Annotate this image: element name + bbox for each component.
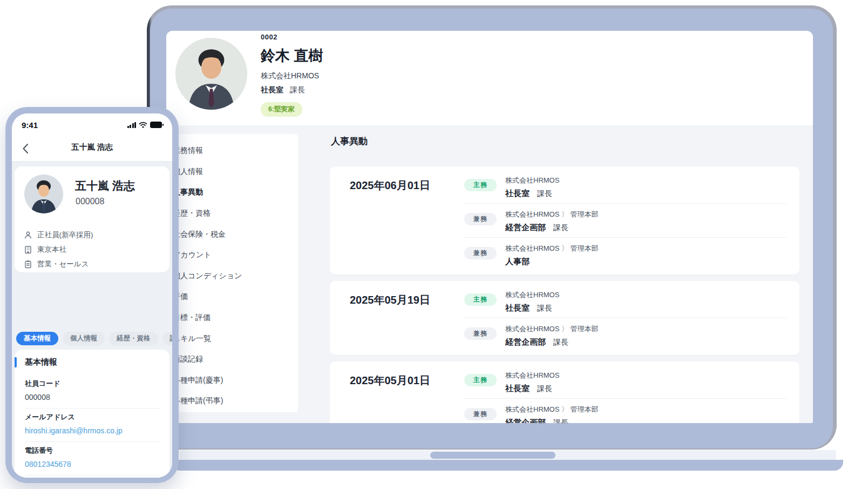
status-time: 9:41 <box>22 120 38 130</box>
org-name: 経営企画部 <box>505 418 546 423</box>
history-rows: 主務 株式会社HRMOS 社長室課長 兼務 株式会社HRMOS 〉 管理本部 経… <box>464 284 786 352</box>
section-title: 基本情報 <box>25 357 57 367</box>
org-name: 経営企画部 <box>505 223 546 232</box>
position-name: 課長 <box>537 189 552 198</box>
assignment-row: 兼務 株式会社HRMOS 〉 管理本部 経営企画部課長 <box>464 399 786 423</box>
history-date: 2025年05月19日 <box>350 293 430 307</box>
clipboard-icon <box>24 260 32 269</box>
tab-chip[interactable]: 基本情報 <box>16 332 58 345</box>
phone-avatar <box>24 175 63 213</box>
detail-employment-type: 正社員(新卒採用) <box>24 230 93 240</box>
org-path: 株式会社HRMOS 〉 管理本部 <box>505 244 599 253</box>
sidebar-item[interactable]: 各種申請(慶事) <box>167 370 298 391</box>
position-name: 課長 <box>537 304 552 312</box>
org-line: 社長室課長 <box>505 303 559 313</box>
person-icon <box>24 231 32 239</box>
assignment-row: 主務 株式会社HRMOS 社長室課長 <box>464 170 786 204</box>
personality-tag-badge: 6:堅実家 <box>261 102 302 117</box>
assignment-row: 兼務 株式会社HRMOS 〉 管理本部 人事部 <box>464 238 786 271</box>
field-list: 社員コード 000008 メールアドレス hiroshi.igarashi@hr… <box>15 375 160 478</box>
tab-chip-label: 評価履歴 <box>170 334 173 343</box>
wifi-icon <box>139 122 147 128</box>
employee-header: 0002 鈴木 直樹 株式会社HRMOS 社長室課長 6:堅実家 <box>166 31 813 125</box>
tab-chip[interactable]: 個人情報 <box>63 332 105 345</box>
tab-chip-label: 基本情報 <box>24 334 51 343</box>
assignment-texts: 株式会社HRMOS 〉 管理本部 経営企画部課長 <box>505 210 599 233</box>
sidebar-item[interactable]: 個人情報 <box>167 162 298 183</box>
employee-position: 課長 <box>290 85 305 94</box>
tab-chip-label: 経歴・資格 <box>117 334 151 343</box>
employee-org-line: 社長室課長 <box>261 85 323 95</box>
sidebar-item[interactable]: 業務情報 <box>167 140 298 162</box>
org-name: 経営企画部 <box>505 337 546 346</box>
sidebar-item[interactable]: 社会保険・税金 <box>167 224 298 245</box>
laptop-notch <box>430 452 555 459</box>
org-name: 人事部 <box>505 257 530 266</box>
detail-text: 東京本社 <box>37 245 66 254</box>
history-rows: 主務 株式会社HRMOS 社長室課長 兼務 株式会社HRMOS 〉 管理本部 経… <box>464 170 786 271</box>
assignment-texts: 株式会社HRMOS 社長室課長 <box>505 371 559 394</box>
phone-nav-bar: 五十嵐 浩志 <box>12 137 172 160</box>
info-field: 社員コード 000008 <box>25 375 160 408</box>
field-value[interactable]: hiroshi.igarashi@hrmos.co.jp <box>25 426 160 435</box>
sidebar-item[interactable]: 目標・評価 <box>167 307 298 329</box>
page-title: 人事異動 <box>331 135 368 148</box>
org-name: 社長室 <box>505 303 530 312</box>
history-card-list: 2025年06月01日 主務 株式会社HRMOS 社長室課長 兼務 株式会社HR… <box>330 166 799 423</box>
phone-page-title: 五十嵐 浩志 <box>12 142 172 152</box>
phone-profile-details: 正社員(新卒採用) 東京本社 <box>24 230 93 269</box>
tab-chip[interactable]: 経歴・資格 <box>109 332 158 345</box>
sidebar-item[interactable]: 各種申請(弔事) <box>167 391 298 412</box>
phone-tab-bar: 基本情報個人情報経歴・資格評価履歴社会保険・税金 <box>16 332 172 345</box>
sidebar-item[interactable]: アカウント <box>167 245 298 266</box>
field-label: メールアドレス <box>25 412 160 422</box>
detail-text: 正社員(新卒採用) <box>37 230 93 240</box>
sidebar-menu: 業務情報個人情報人事異動経歴・資格社会保険・税金アカウント個人コンディション評価… <box>167 134 298 412</box>
assignment-texts: 株式会社HRMOS 社長室課長 <box>505 290 559 313</box>
org-path: 株式会社HRMOS <box>505 176 559 185</box>
heading-accent-bar <box>15 357 17 367</box>
sidebar-item[interactable]: スキル一覧 <box>167 328 298 349</box>
sidebar-item-label: 社会保険・税金 <box>173 230 226 239</box>
phone-info-card: 基本情報 社員コード 000008 メールアドレス hiroshi.igaras… <box>15 350 169 478</box>
main-content: 人事異動 2025年06月01日 主務 株式会社HRMOS 社長室課長 兼務 株… <box>330 125 801 423</box>
history-date: 2025年06月01日 <box>350 178 430 193</box>
avatar-photo <box>175 38 247 110</box>
sidebar-item[interactable]: 評価 <box>167 286 298 307</box>
sidebar-item-label: 個人コンディション <box>173 271 242 281</box>
field-value[interactable]: 08012345678 <box>25 460 160 468</box>
org-path: 株式会社HRMOS 〉 管理本部 <box>505 210 599 219</box>
avatar-photo <box>24 175 63 213</box>
detail-text: 営業・セールス <box>37 259 89 269</box>
sidebar-item[interactable]: 面談記録 <box>167 349 298 370</box>
battery-icon <box>150 122 164 128</box>
sidebar-item[interactable]: 経歴・資格 <box>167 203 298 224</box>
info-field: メールアドレス hiroshi.igarashi@hrmos.co.jp <box>25 408 160 442</box>
role-badge: 兼務 <box>464 408 497 420</box>
org-line: 経営企画部課長 <box>505 337 599 347</box>
org-name: 社長室 <box>505 189 530 198</box>
role-badge: 兼務 <box>464 327 497 340</box>
role-badge: 兼務 <box>464 213 497 225</box>
sidebar-item[interactable]: 個人コンディション <box>167 266 298 287</box>
mockup-scene: 0002 鈴木 直樹 株式会社HRMOS 社長室課長 6:堅実家 業務情報個人情… <box>0 0 868 489</box>
org-path: 株式会社HRMOS <box>505 290 559 300</box>
org-path: 株式会社HRMOS 〉 管理本部 <box>505 324 599 334</box>
sidebar-item-label: 各種申請(慶事) <box>173 376 223 385</box>
position-name: 課長 <box>553 418 568 423</box>
sidebar-item[interactable]: 人事異動 <box>167 182 298 203</box>
phone-content: 五十嵐 浩志 000008 正社員(新卒採用) <box>12 161 172 478</box>
field-value: 000008 <box>25 393 160 401</box>
assignment-row: 主務 株式会社HRMOS 社長室課長 <box>464 365 786 399</box>
org-line: 社長室課長 <box>505 384 559 394</box>
detail-office: 東京本社 <box>24 245 93 254</box>
org-line: 社長室課長 <box>505 189 559 199</box>
position-name: 課長 <box>553 223 568 232</box>
position-name: 課長 <box>553 338 568 346</box>
employee-name: 鈴木 直樹 <box>261 46 323 65</box>
role-badge: 主務 <box>464 293 497 306</box>
phone-profile-card: 五十嵐 浩志 000008 正社員(新卒採用) <box>15 166 169 272</box>
tab-chip[interactable]: 評価履歴 <box>162 332 173 345</box>
org-line: 経営企画部課長 <box>505 223 599 233</box>
phone-employee-code: 000008 <box>76 197 104 206</box>
